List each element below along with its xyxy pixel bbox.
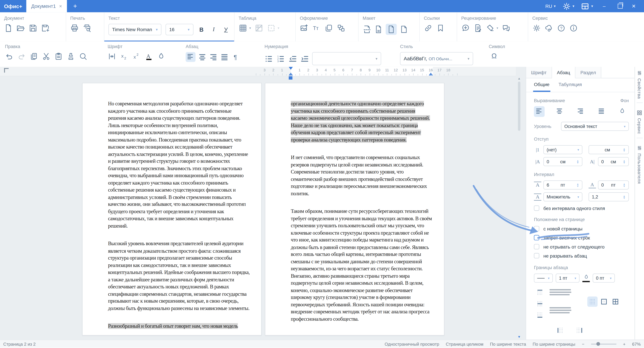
superscript-icon[interactable]: x2: [132, 52, 141, 61]
page-2[interactable]: организационной деятельности однозначно …: [265, 83, 444, 336]
letter-spacing-icon[interactable]: [108, 52, 116, 61]
panel-align-left-button[interactable]: [534, 106, 545, 117]
font-family-select[interactable]: Times New Roman▾: [108, 24, 162, 35]
scroll-down-icon[interactable]: ▼: [518, 335, 521, 339]
line-spacing-mode-select[interactable]: Множитель▾: [544, 192, 582, 201]
page-break-icon[interactable]: [362, 25, 371, 33]
bookmark-icon[interactable]: [436, 24, 445, 32]
border-width-select[interactable]: 1 пт▾: [556, 273, 580, 283]
insert-image-icon[interactable]: [300, 24, 308, 32]
panel-tab-font[interactable]: Шрифт: [526, 67, 552, 78]
chevron-down-icon[interactable]: ▾: [250, 26, 251, 30]
italic-button[interactable]: I: [210, 26, 218, 33]
highlight-color-icon[interactable]: [157, 52, 166, 61]
same-style-spacing-checkbox[interactable]: [534, 205, 539, 211]
paragraph[interactable]: И нет сомнений, что представители соврем…: [291, 154, 435, 197]
hyperlink-icon[interactable]: [424, 24, 432, 32]
help-icon[interactable]: ?: [557, 24, 566, 32]
line-spacing-value-field[interactable]: 1,2 ▲▼: [588, 192, 629, 201]
new-page-checkbox[interactable]: [534, 226, 539, 231]
subtab-general[interactable]: Общие: [534, 82, 550, 92]
subscript-icon[interactable]: x2: [120, 52, 128, 61]
scroll-up-icon[interactable]: ▲: [518, 77, 521, 80]
pilcrow-button[interactable]: ¶: [231, 54, 240, 61]
spinner-icon[interactable]: ▲▼: [576, 160, 579, 164]
save-as-icon[interactable]: [41, 24, 50, 32]
first-line-indent-marker[interactable]: [289, 67, 293, 70]
border-all-button[interactable]: [610, 297, 620, 307]
tab-stop-selector-icon[interactable]: [4, 68, 8, 73]
paragraph[interactable]: Но современная методология разработки од…: [108, 101, 252, 230]
add-comment-icon[interactable]: [461, 24, 470, 32]
numbered-list-icon[interactable]: 123: [276, 54, 285, 63]
theme-switcher[interactable]: ▾: [562, 2, 574, 10]
layout-switcher[interactable]: ▾: [581, 2, 593, 10]
rail-tab-service[interactable]: Сервис: [635, 107, 644, 134]
panel-tab-paragraph[interactable]: Абзац: [552, 67, 576, 78]
omega-symbol-button[interactable]: Ω: [489, 52, 500, 60]
restore-button[interactable]: [618, 4, 622, 8]
save-icon[interactable]: [29, 24, 37, 32]
space-before-field[interactable]: 6 пт ▲▼: [544, 180, 582, 189]
rail-tab-user[interactable]: Пользователя: [635, 142, 644, 184]
copy-icon[interactable]: [30, 52, 38, 61]
widow-control-checkbox[interactable]: [534, 235, 539, 240]
spinner-icon[interactable]: ▲▼: [623, 160, 626, 164]
print-icon[interactable]: [70, 24, 79, 32]
close-button[interactable]: ✕: [629, 3, 638, 9]
decrease-indent-icon[interactable]: [288, 54, 297, 63]
spinner-icon[interactable]: ▲▼: [623, 148, 626, 152]
right-indent-field[interactable]: 0 см ▲▼: [598, 157, 629, 166]
font-size-select[interactable]: 16▾: [166, 24, 193, 35]
bulleted-list-icon[interactable]: [264, 54, 273, 63]
page-number-icon[interactable]: [374, 25, 383, 33]
review-document-icon[interactable]: [474, 24, 482, 32]
left-indent-field[interactable]: 0 см ▲▼: [544, 157, 582, 166]
border-color-button[interactable]: [582, 274, 590, 282]
text-style-icon[interactable]: Тт: [312, 24, 321, 32]
new-tab-button[interactable]: +: [67, 0, 83, 12]
border-outer-button[interactable]: [599, 297, 609, 307]
blank-page-icon[interactable]: [400, 25, 408, 33]
border-inner-button[interactable]: [535, 299, 545, 309]
subtab-tabulation[interactable]: Табуляция: [558, 82, 582, 92]
panel-tab-section[interactable]: Раздел: [576, 67, 601, 78]
paragraph-selected[interactable]: Разнообразный и богатый опыт говорит нам…: [108, 323, 252, 330]
panel-align-right-button[interactable]: [576, 106, 586, 117]
space-after-field[interactable]: 0 пт ▲▼: [598, 180, 629, 189]
border-offset-select[interactable]: 0 пт▾: [593, 273, 615, 283]
bold-button[interactable]: B: [198, 26, 206, 33]
page-orientation-icon[interactable]: [386, 24, 397, 35]
font-color-icon[interactable]: А: [144, 52, 153, 61]
cloud-sync-icon[interactable]: [544, 24, 553, 32]
paste-icon[interactable]: [54, 52, 63, 61]
fit-width-button[interactable]: По ширине страницы: [533, 342, 575, 346]
undo-icon[interactable]: [5, 52, 14, 61]
page-1[interactable]: Но современная методология разработки од…: [82, 83, 262, 336]
paragraph[interactable]: Таким образом, понимание сути ресурсосбе…: [291, 208, 435, 323]
shape-icon[interactable]: [324, 24, 333, 32]
first-line-indent-size-field[interactable]: см ▲▼: [588, 145, 629, 154]
format-painter-icon[interactable]: [66, 52, 75, 61]
spinner-icon[interactable]: ▲▼: [623, 195, 626, 199]
comments-icon[interactable]: [502, 24, 510, 32]
list-style-select[interactable]: ▾: [312, 52, 381, 65]
settings-gear-icon[interactable]: [532, 24, 541, 32]
horizontal-ruler[interactable]: 321123456789101112131415161718: [0, 67, 516, 76]
border-bottom-button[interactable]: [535, 310, 545, 320]
paragraph-background-button[interactable]: [617, 106, 628, 117]
cut-icon[interactable]: [42, 52, 50, 61]
paragraph-selected[interactable]: организационной деятельности однозначно …: [291, 101, 435, 144]
print-preview-icon[interactable]: [82, 24, 91, 32]
align-justify-icon[interactable]: [220, 53, 229, 61]
underline-button[interactable]: У: [222, 26, 230, 33]
keep-lines-together-checkbox[interactable]: [534, 253, 539, 258]
first-line-indent-select[interactable]: (нет)▾: [544, 145, 582, 154]
border-none-button[interactable]: [587, 297, 598, 307]
panel-align-justify-button[interactable]: [596, 106, 607, 117]
align-right-icon[interactable]: [209, 53, 218, 61]
app-logo[interactable]: Офис+: [0, 0, 26, 12]
track-changes-icon[interactable]: [486, 24, 494, 32]
scrollbar-thumb[interactable]: [518, 82, 520, 131]
panel-align-center-button[interactable]: [555, 106, 566, 117]
